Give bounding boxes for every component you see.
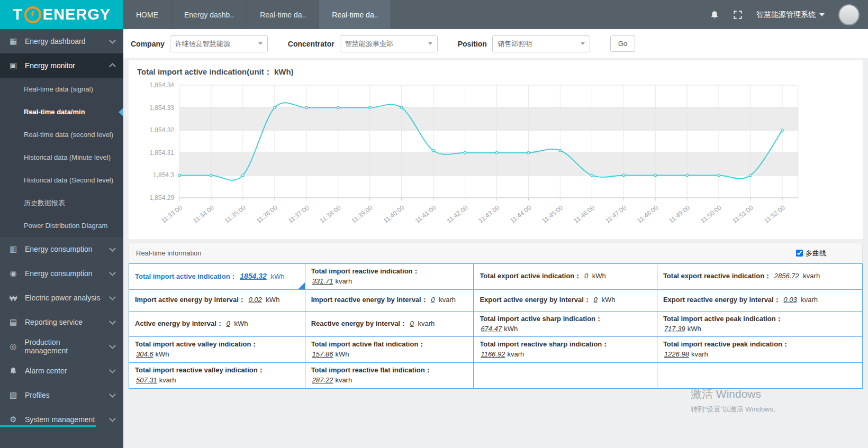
svg-text:11:43:00: 11:43:00 (477, 204, 501, 224)
metric-cell-export-active-energy-by-interval[interactable]: Export active energy by interval： 0 kWh (474, 289, 657, 311)
svg-text:11:45:00: 11:45:00 (540, 204, 564, 224)
metric-label: Total import reactive sharp indication： (480, 340, 609, 348)
sidebar-item-system-management-9[interactable]: ⚙System management (0, 407, 123, 432)
sidebar-item-label: Alarm center (25, 367, 67, 375)
metric-cell-total-import-active-flat-indication[interactable]: Total import active flat indication：157.… (305, 337, 474, 363)
sidebar-item-energy-consumption-2[interactable]: ▥Energy consumption (0, 237, 123, 261)
metric-cell-import-reactive-energy-by-interval[interactable]: Import reactive energy by interval： 0 kv… (305, 289, 474, 311)
logo-suffix: ENERGY (43, 6, 111, 23)
multi-curve-label: 多曲线 (806, 249, 826, 258)
chevron-down-icon (110, 345, 115, 348)
realtime-row: Import active energy by interval： 0.02 k… (129, 289, 863, 311)
metric-label: Total export reactive indication： (663, 272, 771, 280)
fullscreen-icon[interactable] (733, 10, 743, 20)
sidebar-item-energy-monitor-1[interactable]: ▣Energy monitor (0, 53, 123, 78)
go-button[interactable]: Go (610, 35, 635, 52)
metric-value: 0 (409, 319, 415, 327)
sidebar-item-label: Energy consumption (25, 269, 93, 278)
metric-cell-total-import-reactive-sharp-indication[interactable]: Total import reactive sharp indication：1… (474, 337, 657, 363)
chevron-down-icon (110, 418, 115, 421)
system-name-dropdown[interactable]: 智慧能源管理系统 (756, 10, 825, 20)
metric-value: 0.03 (782, 296, 798, 304)
metric-cell-export-reactive-energy-by-interval[interactable]: Export reactive energy by interval： 0.03… (657, 289, 862, 311)
lightning-bolt-icon (24, 6, 41, 23)
sidebar-subitem-item-5[interactable]: 历史数据报表 (0, 191, 123, 214)
metric-label: Export reactive energy by interval： (663, 296, 781, 304)
metric-cell-reactive-energy-by-interval[interactable]: Reactive energy by interval： 0 kvarh (305, 311, 474, 337)
metric-cell-active-energy-by-interval[interactable]: Active energy by interval： 0 kWh (129, 311, 305, 337)
metric-value: 157.86 (311, 350, 334, 358)
sidebar-subitem-real-time-data-signal-0[interactable]: Real-time data (signal) (0, 78, 123, 100)
svg-text:1,854.29: 1,854.29 (149, 194, 174, 202)
metric-label: Import active energy by interval： (135, 296, 246, 304)
sidebar-item-label: Reporting service (25, 318, 83, 326)
metric-cell-total-import-active-valley-indication[interactable]: Total import active valley indication：30… (129, 337, 305, 363)
svg-text:11:44:00: 11:44:00 (509, 204, 533, 224)
sidebar-subitem-historical-data-second-level-4[interactable]: Historical data (Second level) (0, 169, 123, 191)
metric-unit: kvarh (438, 296, 456, 304)
svg-text:1,854.32: 1,854.32 (149, 126, 174, 134)
metric-cell-total-import-reactive-peak-indication[interactable]: Total import reactive peak indication：12… (657, 337, 862, 363)
metric-unit: kvarh (334, 277, 352, 285)
svg-text:11:49:00: 11:49:00 (667, 204, 691, 224)
metric-value: 1166.92 (480, 350, 506, 358)
concentrator-select[interactable]: 智慧能源事业部 (340, 35, 438, 52)
sidebar-item-electric-power-analysis-4[interactable]: ₩Electric power analysis (0, 286, 123, 310)
realtime-info-title: Real-time information (136, 249, 202, 257)
sidebar-item-energy-dashboard-0[interactable]: ▦Energy dashboard (0, 29, 123, 53)
metric-value: 0 (593, 296, 599, 304)
sidebar-item-label: Electric power analysis (25, 294, 100, 302)
metric-cell-total-import-reactive-flat-indication[interactable]: Total import reactive flat indication：28… (305, 363, 474, 389)
metric-cell-total-import-active-indication[interactable]: Total import active indication： 1854.32 … (129, 264, 305, 290)
nav-tab-home[interactable]: HOME (123, 0, 171, 29)
company-select[interactable]: 许继信息智慧能源 (170, 35, 268, 52)
svg-text:1,854.3: 1,854.3 (153, 171, 174, 179)
sidebar-subitem-real-time-data-second-level-2[interactable]: Real-time data (second level) (0, 123, 123, 146)
chevron-up-icon (110, 62, 115, 69)
user-avatar[interactable] (838, 4, 860, 25)
sidebar-subitem-real-time-data-min-1[interactable]: Real-time data/min (0, 100, 123, 123)
metric-cell-total-export-active-indication[interactable]: Total export active indication： 0 kWh (474, 264, 657, 290)
realtime-info-panel: Real-time information 多曲线 Total import a… (129, 243, 863, 389)
sidebar-subitem-historical-data-minute-level-3[interactable]: Historical data (Minute level) (0, 146, 123, 169)
metric-cell-total-export-reactive-indication[interactable]: Total export reactive indication： 2856.7… (657, 264, 862, 290)
metric-label: Total import active sharp indication： (480, 315, 602, 323)
sidebar-item-label: Energy monitor (25, 61, 75, 70)
sidebar-item-energy-consumption-3[interactable]: ◉Energy consumption (0, 261, 123, 286)
sidebar-item-label: Energy dashboard (25, 37, 85, 45)
bell-icon[interactable] (710, 10, 719, 20)
sidebar-item-profiles-8[interactable]: ▧Profiles (0, 383, 123, 407)
sidebar-item-production-management-6[interactable]: ◎Production management (0, 334, 123, 359)
metric-cell-total-import-reactive-valley-indication[interactable]: Total import reactive valley indication：… (129, 363, 305, 389)
metric-unit: kWh (686, 325, 701, 333)
concentrator-select-value: 智慧能源事业部 (345, 39, 393, 49)
realtime-table: Total import active indication： 1854.32 … (129, 263, 863, 389)
realtime-row: Total import active indication： 1854.32 … (129, 264, 863, 290)
svg-text:11:51:00: 11:51:00 (731, 204, 755, 224)
svg-text:11:38:00: 11:38:00 (319, 204, 342, 224)
nav-tab-real-time-da[interactable]: Real-time da.. (319, 0, 391, 29)
sidebar-item-reporting-service-5[interactable]: ▤Reporting service (0, 310, 123, 334)
metric-cell-import-active-energy-by-interval[interactable]: Import active energy by interval： 0.02 k… (129, 289, 305, 311)
chevron-down-icon (581, 42, 585, 45)
realtime-line-chart[interactable]: 1,854.291,854.31,854.311,854.321,854.331… (129, 78, 859, 238)
chevron-down-icon (428, 42, 432, 45)
video-monitor-icon: ▣ (8, 61, 18, 70)
sidebar-item-label: Energy consumption (25, 245, 93, 253)
sidebar-item-alarm-center-7[interactable]: Alarm center (0, 359, 123, 383)
svg-text:11:52:00: 11:52:00 (763, 204, 786, 224)
windows-activation-watermark: 激活 Windows 转到“设置”以激活 Windows。 (691, 387, 780, 414)
position-select[interactable]: 销售部照明 (492, 35, 590, 52)
dashboard-icon: ▦ (8, 36, 18, 46)
chart-title: Total import active indication(unit： kWh… (129, 60, 863, 78)
metric-label: Import reactive energy by interval： (311, 296, 428, 304)
multi-curve-checkbox[interactable] (796, 250, 803, 257)
sidebar-subitem-power-distribution-diagram-6[interactable]: Power Distribution Diagram (0, 214, 123, 237)
metric-cell-total-import-active-sharp-indication[interactable]: Total import active sharp indication：674… (474, 311, 657, 337)
metric-cell-total-import-reactive-indication[interactable]: Total import reactive indication：331.71k… (305, 264, 474, 290)
metric-cell-total-import-active-peak-indication[interactable]: Total import active peak indication：717.… (657, 311, 862, 337)
chevron-down-icon (110, 321, 115, 324)
nav-tab-real-time-da[interactable]: Real-time da.. (247, 0, 319, 29)
system-name-label: 智慧能源管理系统 (756, 10, 816, 20)
nav-tab-energy-dashb[interactable]: Energy dashb.. (171, 0, 247, 29)
